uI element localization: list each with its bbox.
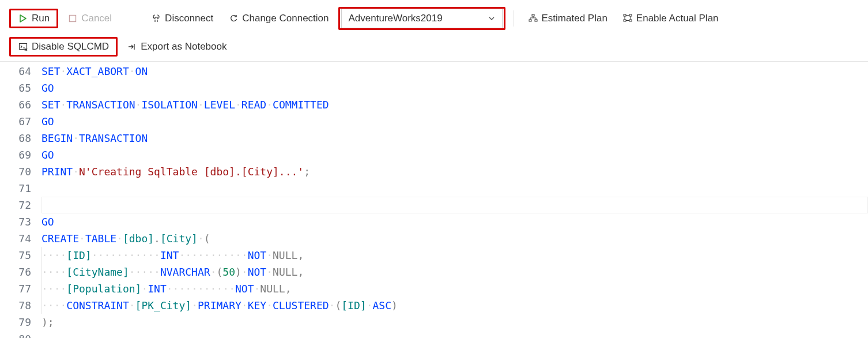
token-gray: NULL xyxy=(273,249,297,261)
whitespace: · xyxy=(241,266,248,278)
change-connection-label: Change Connection xyxy=(242,13,329,24)
run-button[interactable]: Run xyxy=(12,10,55,27)
line-number: 74 xyxy=(5,230,31,247)
svg-rect-0 xyxy=(70,16,76,22)
whitespace: · xyxy=(241,299,248,311)
sql-editor[interactable]: 6465666768697071727374757677787980 SET·X… xyxy=(0,62,868,338)
token-kw: SET xyxy=(41,99,61,111)
code-line[interactable]: PRINT·N'Creating SqlTable [dbo].[City]..… xyxy=(41,163,868,180)
disable-sqlcmd-button[interactable]: Disable SQLCMD xyxy=(12,39,115,55)
svg-rect-3 xyxy=(535,20,537,21)
whitespace: · xyxy=(198,232,204,245)
whitespace: ····· xyxy=(129,266,160,278)
token-teal: [City] xyxy=(160,232,198,245)
token-gray: ( xyxy=(335,299,341,311)
cancel-label: Cancel xyxy=(81,13,112,24)
whitespace: · xyxy=(266,299,273,311)
token-kw: TRANSACTION xyxy=(79,132,148,144)
estimated-plan-icon xyxy=(528,13,538,24)
database-selected-label: AdventureWorks2019 xyxy=(349,13,443,24)
whitespace: · xyxy=(79,232,85,245)
estimated-plan-button[interactable]: Estimated Plan xyxy=(522,10,613,27)
line-number: 72 xyxy=(5,197,31,213)
code-line[interactable]: GO xyxy=(41,113,868,130)
line-number: 80 xyxy=(5,331,31,338)
token-gray: ) xyxy=(235,266,241,278)
token-kw: NVARCHAR xyxy=(160,266,210,278)
token-kw: CONSTRAINT xyxy=(66,299,129,311)
token-gray: ( xyxy=(204,232,210,245)
toolbar-row-2: Disable SQLCMD Export as Notebook xyxy=(9,35,859,59)
cancel-button: Cancel xyxy=(62,10,118,27)
estimated-plan-label: Estimated Plan xyxy=(542,13,607,24)
token-kw: KEY xyxy=(248,299,267,311)
change-connection-button[interactable]: Change Connection xyxy=(222,10,334,27)
code-line[interactable] xyxy=(41,331,868,338)
line-number: 70 xyxy=(5,163,31,180)
token-kw: XACT_ABORT xyxy=(66,65,129,77)
line-number: 71 xyxy=(5,180,31,197)
token-kw: NOT xyxy=(248,266,267,278)
whitespace: · xyxy=(141,283,148,295)
code-line[interactable]: SET·XACT_ABORT·ON xyxy=(41,63,868,80)
token-gray: , xyxy=(297,249,304,261)
code-line[interactable]: BEGIN·TRANSACTION xyxy=(41,130,868,147)
token-kw: CLUSTERED xyxy=(273,299,329,311)
token-teal: [ID] xyxy=(66,249,91,261)
code-line[interactable] xyxy=(41,197,868,213)
whitespace: · xyxy=(73,132,79,144)
token-gray: NULL xyxy=(273,266,297,278)
code-line[interactable]: ····CONSTRAINT·[PK_City]·PRIMARY·KEY·CLU… xyxy=(41,297,868,314)
code-line[interactable]: CREATE·TABLE·[dbo].[City]·( xyxy=(41,230,868,247)
disable-sqlcmd-highlight: Disable SQLCMD xyxy=(9,37,118,57)
run-button-highlight: Run xyxy=(9,9,58,28)
chevron-down-icon xyxy=(488,15,495,22)
code-line[interactable]: ····[ID]···········INT···········NOT·NUL… xyxy=(41,247,868,264)
token-kw: GO xyxy=(41,149,54,161)
code-line[interactable]: GO xyxy=(41,147,868,163)
token-gray: ) xyxy=(391,299,398,311)
toolbar-divider xyxy=(514,10,514,27)
line-number: 68 xyxy=(5,130,31,147)
enable-actual-plan-button[interactable]: Enable Actual Plan xyxy=(617,10,724,27)
code-line[interactable]: SET·TRANSACTION·ISOLATION·LEVEL·READ·COM… xyxy=(41,96,868,113)
whitespace: · xyxy=(129,299,135,311)
whitespace: · xyxy=(235,99,241,111)
whitespace: · xyxy=(329,299,335,311)
disconnect-label: Disconnect xyxy=(165,13,213,24)
whitespace: ··········· xyxy=(167,283,235,295)
token-kw: BEGIN xyxy=(41,132,73,144)
code-line[interactable]: ····[Population]·INT···········NOT·NULL, xyxy=(41,280,868,297)
code-line[interactable]: GO xyxy=(41,80,868,96)
code-line[interactable]: ); xyxy=(41,314,868,331)
code-line[interactable]: GO xyxy=(41,213,868,230)
indent-guide xyxy=(41,297,42,314)
token-kw: TRANSACTION xyxy=(66,99,135,111)
whitespace: ···· xyxy=(41,249,66,261)
whitespace: · xyxy=(266,99,273,111)
whitespace: · xyxy=(367,299,373,311)
whitespace: ··········· xyxy=(179,249,247,261)
database-selector[interactable]: AdventureWorks2019 xyxy=(341,9,503,28)
code-line[interactable] xyxy=(41,180,868,197)
token-teal: [dbo] xyxy=(123,232,154,245)
export-notebook-label: Export as Notebook xyxy=(141,41,227,52)
line-number: 69 xyxy=(5,147,31,163)
line-number: 73 xyxy=(5,213,31,230)
token-kw: ON xyxy=(135,65,148,77)
export-notebook-button[interactable]: Export as Notebook xyxy=(121,39,232,55)
code-line[interactable]: ····[CityName]·····NVARCHAR·(50)·NOT·NUL… xyxy=(41,264,868,280)
whitespace: ··········· xyxy=(92,249,160,261)
code-area[interactable]: SET·XACT_ABORT·ONGOSET·TRANSACTION·ISOLA… xyxy=(41,63,868,338)
svg-rect-2 xyxy=(529,20,531,21)
disconnect-icon xyxy=(151,13,161,24)
token-kw: ISOLATION xyxy=(141,99,198,111)
line-number: 78 xyxy=(5,297,31,314)
actual-plan-icon xyxy=(622,13,633,24)
indent-guide xyxy=(41,247,42,264)
whitespace: · xyxy=(129,65,135,77)
token-str: N'Creating SqlTable [dbo].[City]...' xyxy=(79,166,304,178)
token-kw: LEVEL xyxy=(204,99,235,111)
token-kw: GO xyxy=(41,82,54,94)
disconnect-button[interactable]: Disconnect xyxy=(145,10,219,27)
